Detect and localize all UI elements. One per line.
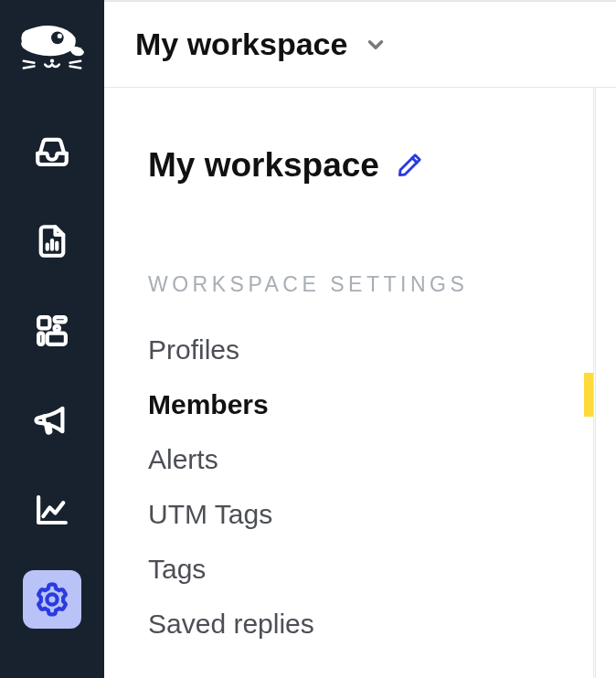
chevron-down-icon <box>364 33 388 57</box>
menu-item-profiles[interactable]: Profiles <box>148 323 593 377</box>
pencil-icon <box>396 152 423 179</box>
edit-workspace-name-button[interactable] <box>396 152 423 179</box>
line-chart-icon <box>33 491 71 529</box>
workspace-name: My workspace <box>148 146 379 185</box>
file-chart-icon <box>33 222 71 260</box>
inbox-icon <box>33 132 71 171</box>
svg-line-16 <box>412 158 417 163</box>
nav-reports[interactable] <box>23 212 81 270</box>
settings-menu: Profiles Members Alerts UTM Tags Tags Sa… <box>148 323 593 652</box>
gear-icon <box>33 580 71 619</box>
nav-settings[interactable] <box>23 570 81 629</box>
workspace-switcher-label[interactable]: My workspace <box>135 26 347 62</box>
workspace-switcher-chevron[interactable] <box>364 33 388 57</box>
svg-point-6 <box>50 59 54 63</box>
menu-item-tags[interactable]: Tags <box>148 542 593 597</box>
main-area: My workspace My workspace WORKSPACE SETT… <box>104 0 616 678</box>
svg-rect-10 <box>38 317 49 328</box>
svg-rect-12 <box>55 326 59 331</box>
menu-item-saved-replies[interactable]: Saved replies <box>148 597 593 652</box>
svg-line-2 <box>24 61 35 63</box>
svg-line-4 <box>70 61 81 63</box>
svg-rect-13 <box>38 334 43 344</box>
nav-apps[interactable] <box>23 302 81 360</box>
selection-indicator <box>584 373 593 417</box>
nav-analytics[interactable] <box>23 481 81 539</box>
menu-item-alerts[interactable]: Alerts <box>148 432 593 487</box>
svg-point-15 <box>47 594 57 604</box>
svg-rect-14 <box>48 334 66 344</box>
nav-rail <box>0 0 104 678</box>
svg-point-1 <box>58 34 62 38</box>
app-logo <box>16 18 88 82</box>
menu-item-utm-tags[interactable]: UTM Tags <box>148 487 593 542</box>
svg-point-0 <box>51 32 64 45</box>
topbar: My workspace <box>104 0 616 88</box>
svg-rect-11 <box>55 317 66 322</box>
nav-inbox[interactable] <box>23 122 81 181</box>
grid-icon <box>33 312 71 350</box>
menu-item-members[interactable]: Members <box>148 377 593 432</box>
megaphone-icon <box>33 401 71 440</box>
nav-announcements[interactable] <box>23 391 81 450</box>
settings-section-label: WORKSPACE SETTINGS <box>148 272 593 297</box>
content-area-edge <box>595 88 616 678</box>
svg-line-5 <box>70 67 81 69</box>
settings-panel: My workspace WORKSPACE SETTINGS Profiles… <box>104 88 594 678</box>
svg-line-3 <box>24 67 35 69</box>
